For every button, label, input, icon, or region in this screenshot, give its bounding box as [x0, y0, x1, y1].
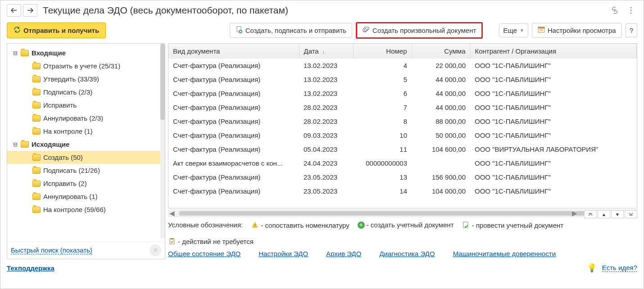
- folder-icon: [32, 115, 41, 122]
- support-link[interactable]: Техподдержка: [7, 264, 54, 272]
- tree-item-label: Аннулировать (2/3): [43, 114, 103, 122]
- tree-item[interactable]: Подписать (21/26): [7, 164, 165, 177]
- svg-rect-13: [171, 238, 173, 239]
- tree-item-label: Подписать (21/26): [43, 167, 100, 174]
- attachment-icon: [363, 26, 370, 35]
- table-row[interactable]: Акт сверки взаиморасчетов с кон...24.04.…: [168, 156, 637, 170]
- folder-icon: [32, 194, 41, 200]
- send-receive-button[interactable]: Отправить и получить: [7, 23, 106, 38]
- link-machine-readable[interactable]: Машиночитаемые доверенности: [453, 250, 556, 257]
- bulb-icon: 💡: [587, 263, 597, 273]
- tree-item[interactable]: Отразить в учете (25/31): [7, 59, 165, 72]
- tree-item[interactable]: На контроле (59/66): [7, 203, 165, 216]
- clipboard-check-icon: [168, 237, 176, 245]
- scrollbar-vertical[interactable]: [160, 44, 165, 238]
- refresh-icon: [14, 26, 21, 35]
- legend-no-action: - действий не требуется: [168, 237, 254, 245]
- table-row[interactable]: Счет-фактура (Реализация)13.02.2023644 0…: [168, 86, 637, 100]
- tree-item-label: Отразить в учете (25/31): [43, 62, 120, 70]
- calendar-icon: [538, 26, 545, 35]
- clear-search-button[interactable]: ✕: [150, 244, 161, 256]
- tree-item-label: Создать (50): [43, 154, 83, 161]
- folder-icon: [32, 89, 41, 95]
- col-number[interactable]: Номер: [353, 44, 412, 59]
- svg-point-0: [630, 7, 632, 9]
- tree-item[interactable]: Аннулировать (1): [7, 190, 165, 203]
- page-title: Текущие дела ЭДО (весь документооборот, …: [43, 5, 603, 16]
- scroll-bottom-button[interactable]: [625, 210, 637, 218]
- tree-expander-icon[interactable]: ⊟: [13, 142, 18, 147]
- help-button[interactable]: ?: [626, 23, 637, 37]
- folder-icon: [32, 76, 41, 82]
- sidebar: ⊟ВходящиеОтразить в учете (25/31)Утверди…: [7, 43, 165, 259]
- svg-point-1: [630, 10, 632, 11]
- table-row[interactable]: Счет-фактура (Реализация)23.05.202314104…: [168, 184, 637, 198]
- chevron-down-icon: ▼: [520, 28, 524, 33]
- tree-item-label: Подписать (2/3): [43, 88, 92, 96]
- forward-button[interactable]: [23, 4, 37, 17]
- col-doc-type[interactable]: Вид документа: [168, 44, 299, 59]
- folder-icon: [32, 63, 41, 69]
- folder-icon: [32, 128, 41, 135]
- more-button[interactable]: Еще ▼: [499, 23, 528, 37]
- link-diagnostics-edo[interactable]: Диагностика ЭДО: [379, 250, 435, 257]
- scroll-down-button[interactable]: ▼: [611, 210, 624, 218]
- svg-point-10: [254, 226, 255, 227]
- table-row[interactable]: Счет-фактура (Реализация)13.02.2023422 0…: [168, 59, 637, 72]
- tree-item[interactable]: Создать (50): [7, 151, 165, 164]
- tree-item-label: Утвердить (33/39): [43, 75, 99, 83]
- quick-search-link[interactable]: Быстрый поиск (показать): [11, 246, 92, 254]
- tree-item[interactable]: Утвердить (33/39): [7, 72, 165, 86]
- view-settings-button[interactable]: Настройки просмотра: [532, 23, 622, 38]
- table-row[interactable]: Счет-фактура (Реализация)28.02.2023744 0…: [168, 100, 637, 114]
- create-arbitrary-button[interactable]: Создать произвольный документ: [356, 22, 483, 39]
- legend-map-nomenclature: - сопоставить номенклатуру: [251, 221, 349, 229]
- tree-item-label: Аннулировать (1): [43, 193, 98, 200]
- tree-item-label: На контроле (59/66): [43, 206, 106, 213]
- link-settings-edo[interactable]: Настройки ЭДО: [259, 250, 308, 257]
- document-check-icon: [462, 221, 470, 229]
- warning-icon: [251, 221, 259, 229]
- document-table: Вид документа Дата↓ Номер Сумма Контраге…: [168, 43, 637, 208]
- plus-circle-icon: +: [358, 221, 365, 229]
- col-contractor[interactable]: Контрагент / Организация: [470, 44, 637, 59]
- svg-point-2: [630, 13, 632, 14]
- col-sum[interactable]: Сумма: [412, 44, 470, 59]
- tree-item[interactable]: Исправить: [7, 99, 165, 112]
- tree-item-label: Исправить: [43, 101, 77, 109]
- idea-link[interactable]: Есть идея?: [602, 264, 637, 272]
- back-button[interactable]: [7, 4, 21, 17]
- tree-item-label: На контроле (1): [43, 127, 93, 135]
- table-row[interactable]: Счет-фактура (Реализация)13.02.2023544 0…: [168, 72, 637, 86]
- tree-expander-icon[interactable]: ⊟: [13, 50, 18, 56]
- table-row[interactable]: Счет-фактура (Реализация)23.05.202313156…: [168, 170, 637, 184]
- tree-item-label: Исходящие: [32, 140, 69, 148]
- tree-item[interactable]: Исправить (2): [7, 177, 165, 190]
- create-sign-send-button[interactable]: Создать, подписать и отправить: [230, 23, 352, 38]
- table-row[interactable]: Счет-фактура (Реализация)09.03.20231050 …: [168, 128, 637, 142]
- sort-asc-icon: ↓: [322, 49, 325, 54]
- menu-icon[interactable]: [625, 4, 637, 17]
- col-date[interactable]: Дата↓: [299, 44, 353, 59]
- folder-icon: [32, 207, 41, 213]
- tree-item[interactable]: ⊟Исходящие: [7, 138, 165, 151]
- tree-item[interactable]: ⊟Входящие: [7, 46, 165, 59]
- tree-item-label: Входящие: [32, 49, 66, 57]
- legend-label: Условные обозначения:: [168, 221, 243, 229]
- link-archive-edo[interactable]: Архив ЭДО: [326, 250, 361, 257]
- legend-post-accounting: - провести учетный документ: [462, 221, 564, 229]
- legend-create-accounting: + - создать учетный документ: [358, 221, 454, 229]
- folder-icon: [32, 181, 41, 187]
- folder-icon: [21, 141, 29, 148]
- table-row[interactable]: Счет-фактура (Реализация)05.04.202311104…: [168, 142, 637, 156]
- link-overall-state[interactable]: Общее состояние ЭДО: [168, 250, 240, 257]
- tree-item[interactable]: На контроле (1): [7, 125, 165, 138]
- scrollbar-horizontal[interactable]: ◀ ▶: [168, 209, 637, 217]
- tree-item[interactable]: Подписать (2/3): [7, 86, 165, 99]
- svg-rect-6: [538, 27, 544, 28]
- link-icon[interactable]: [608, 4, 621, 17]
- scroll-top-button[interactable]: [584, 210, 597, 218]
- table-row[interactable]: Счет-фактура (Реализация)28.02.2023888 0…: [168, 114, 637, 128]
- tree-item[interactable]: Аннулировать (2/3): [7, 112, 165, 125]
- scroll-up-button[interactable]: ▲: [598, 210, 610, 218]
